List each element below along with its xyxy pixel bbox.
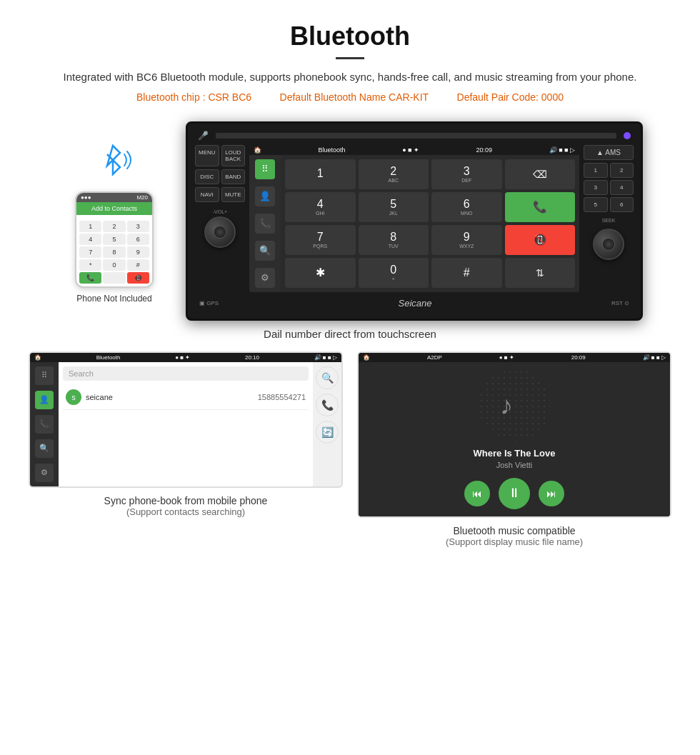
dial-key-hash[interactable]: # <box>431 258 502 288</box>
dial-key-5[interactable]: 5JKL <box>359 192 429 222</box>
phone-mock-container: ●●● M20 Add to Contacts 1 2 3 4 5 6 7 8 … <box>57 139 171 304</box>
dial-key-7[interactable]: 7PQRS <box>285 225 356 255</box>
stereo-btn-2[interactable]: 2 <box>610 163 634 178</box>
stereo-loud-back-btn[interactable]: LOUD BACK <box>221 145 246 166</box>
phonebook-screen: 🏠 Bluetooth ● ■ ✦ 20:10 🔊 ■ ■ ▷ ⠿ 👤 📞 🔍 … <box>29 351 343 488</box>
stereo-menu-btn[interactable]: MENU <box>195 145 219 166</box>
dial-key-end[interactable]: 📵 <box>505 225 576 255</box>
phone-key-3[interactable]: 3 <box>127 221 149 232</box>
phone-key-star[interactable]: * <box>79 259 101 271</box>
main-caption: Dail number direct from touchscreen <box>0 328 700 340</box>
phone-add-contact: Add to Contacts <box>76 202 152 215</box>
knob-inner <box>214 226 226 239</box>
phone-key-6[interactable]: 6 <box>127 234 149 245</box>
ct-search-icon[interactable]: 🔍 <box>35 439 54 458</box>
bluetooth-specs: Bluetooth chip : CSR BC6 Default Bluetoo… <box>43 91 657 103</box>
phone-body: 1 2 3 4 5 6 7 8 9 * 0 # 📞 📵 <box>76 215 152 286</box>
music-screen: 🏠 A2DP ● ■ ✦ 20:09 🔊 ■ ■ ▷ ♪ Where Is Th… <box>357 351 671 518</box>
android-screen: 🏠 Bluetooth ● ■ ✦ 20:09 🔊 ■ ■ ▷ ⠿ 👤 📞 🔍 … <box>249 145 579 292</box>
phone-key-8[interactable]: 8 <box>103 246 125 258</box>
phone-key-7[interactable]: 7 <box>79 246 101 258</box>
music-caption-main: Bluetooth music compatible <box>446 525 583 536</box>
page-title: Bluetooth <box>43 21 657 51</box>
phone-key-2[interactable]: 2 <box>103 221 125 232</box>
contacts-statusbar: 🏠 Bluetooth ● ■ ✦ 20:10 🔊 ■ ■ ▷ <box>30 353 341 362</box>
dial-key-star[interactable]: ✱ <box>285 258 356 288</box>
page-header: Bluetooth Integrated with BC6 Bluetooth … <box>0 0 700 121</box>
stereo-right-controls: ▲ AMS 1 2 3 4 5 6 SEEK <box>584 145 634 292</box>
car-stereo-unit: 🎤 MENU LOUD BACK DISC BAND NAVI MUTE <box>186 121 643 321</box>
sidebar-settings-icon[interactable]: ⚙ <box>255 268 275 288</box>
sidebar-dialpad-icon[interactable]: ⠿ <box>255 159 275 179</box>
phone-key-call[interactable]: 📞 <box>79 272 101 284</box>
phone-key-9[interactable]: 9 <box>127 246 149 258</box>
volume-knob[interactable] <box>204 216 236 248</box>
stereo-btn-row-1: MENU LOUD BACK <box>195 145 245 166</box>
dial-key-backspace[interactable]: ⌫ <box>505 159 576 189</box>
stereo-main: MENU LOUD BACK DISC BAND NAVI MUTE -VOL+ <box>195 145 634 292</box>
stereo-navi-btn[interactable]: NAVI <box>195 187 219 202</box>
ct-dialpad-icon[interactable]: ⠿ <box>35 366 54 385</box>
vol-knob-area: -VOL+ <box>195 209 245 248</box>
music-status-icons: ● ■ ✦ <box>499 354 514 361</box>
contacts-search-btn[interactable]: 🔍 <box>316 366 339 389</box>
phone-mock: ●●● M20 Add to Contacts 1 2 3 4 5 6 7 8 … <box>75 191 154 288</box>
sidebar-contacts-icon[interactable]: 👤 <box>255 186 275 206</box>
stereo-btn-4[interactable]: 4 <box>610 180 634 195</box>
stereo-right-grid: 1 2 3 4 5 6 <box>584 163 634 212</box>
music-next-btn[interactable]: ⏭ <box>539 481 564 506</box>
dial-key-9[interactable]: 9WXYZ <box>431 225 502 255</box>
phone-keypad: 1 2 3 4 5 6 7 8 9 * 0 # 📞 📵 <box>79 221 149 284</box>
phone-key-1[interactable]: 1 <box>79 221 101 232</box>
music-play-pause-btn[interactable]: ⏸ <box>499 478 530 509</box>
phone-key-5[interactable]: 5 <box>103 234 125 245</box>
dial-key-2[interactable]: 2ABC <box>359 159 429 189</box>
bluetooth-icon-area <box>93 139 136 184</box>
music-content: ♪ Where Is The Love Josh Vietti ⏮ ⏸ ⏭ <box>359 362 670 516</box>
music-prev-btn[interactable]: ⏮ <box>464 481 490 506</box>
music-home-icon: 🏠 <box>363 354 370 361</box>
dial-key-call[interactable]: 📞 <box>505 192 576 222</box>
stereo-btn-3[interactable]: 3 <box>584 180 608 195</box>
bt-name: Default Bluetooth Name CAR-KIT <box>280 91 429 103</box>
dial-key-3[interactable]: 3DEF <box>431 159 502 189</box>
seek-knob[interactable] <box>593 229 624 260</box>
music-caption-sub: (Support display music file name) <box>446 536 583 547</box>
stereo-btn-6[interactable]: 6 <box>610 197 634 212</box>
contacts-search[interactable]: Search <box>63 366 309 381</box>
android-statusbar: 🏠 Bluetooth ● ■ ✦ 20:09 🔊 ■ ■ ▷ <box>249 145 579 155</box>
phone-key-hash[interactable]: # <box>127 259 149 271</box>
music-artist: Josh Vietti <box>496 461 533 469</box>
sidebar-recents-icon[interactable]: 📞 <box>255 214 275 234</box>
seicane-logo: Seicane <box>399 298 432 309</box>
stereo-mute-btn[interactable]: MUTE <box>221 187 246 202</box>
dial-key-0[interactable]: 0+ <box>359 258 429 288</box>
phone-key-4[interactable]: 4 <box>79 234 101 245</box>
phone-key-0[interactable]: 0 <box>103 259 125 271</box>
dial-key-6[interactable]: 6MNO <box>431 192 502 222</box>
stereo-band-btn[interactable]: BAND <box>221 169 246 184</box>
gps-label: ▣ GPS <box>199 300 219 306</box>
stereo-btn-5[interactable]: 5 <box>584 197 608 212</box>
phone-not-included-label: Phone Not Included <box>76 294 151 304</box>
ct-bt-label: Bluetooth <box>96 354 121 361</box>
dial-key-4[interactable]: 4GHI <box>285 192 356 222</box>
ct-settings-icon[interactable]: ⚙ <box>35 464 54 482</box>
phone-key-end[interactable]: 📵 <box>127 272 149 284</box>
stereo-eject-btn[interactable]: ▲ AMS <box>584 145 634 160</box>
phonebook-screenshot-block: 🏠 Bluetooth ● ■ ✦ 20:10 🔊 ■ ■ ▷ ⠿ 👤 📞 🔍 … <box>29 351 343 547</box>
contact-item-seicane[interactable]: s seicane 15885554271 <box>63 385 309 410</box>
contacts-call-btn[interactable]: 📞 <box>316 394 339 416</box>
dial-key-swap[interactable]: ⇅ <box>505 258 576 288</box>
contacts-content: Search s seicane 15885554271 <box>59 362 313 486</box>
ct-recents-icon[interactable]: 📞 <box>35 415 54 434</box>
dial-key-1[interactable]: 1 <box>285 159 356 189</box>
stereo-disc-btn[interactable]: DISC <box>195 169 219 184</box>
svg-marker-0 <box>107 146 120 174</box>
dial-key-8[interactable]: 8TUV <box>359 225 429 255</box>
android-home-icon: 🏠 <box>254 146 261 154</box>
contacts-refresh-btn[interactable]: 🔄 <box>316 421 339 444</box>
stereo-btn-1[interactable]: 1 <box>584 163 608 178</box>
sidebar-search-icon[interactable]: 🔍 <box>255 241 275 261</box>
ct-contacts-icon[interactable]: 👤 <box>35 391 54 409</box>
